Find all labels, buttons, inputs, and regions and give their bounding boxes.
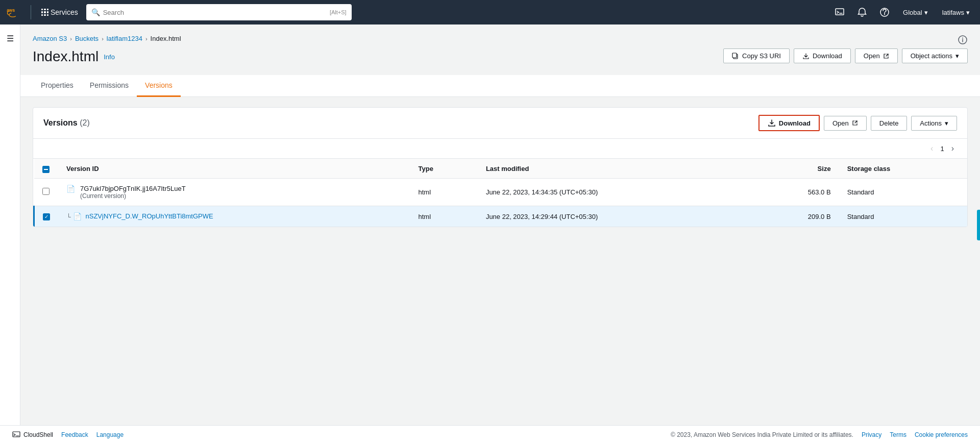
top-navigation: aws Services 🔍 [Alt+S] Global ▾ xyxy=(0,0,980,24)
download-label-versions: Download xyxy=(779,119,811,127)
col-header-storage-class: Storage class xyxy=(839,159,967,179)
breadcrumb-sep-2: › xyxy=(102,36,104,42)
svg-rect-1 xyxy=(836,9,844,15)
terminal-icon-button[interactable] xyxy=(831,4,848,20)
open-label-versions: Open xyxy=(832,119,849,127)
download-icon-header xyxy=(802,53,810,60)
versions-panel-header: Versions (2) Download Open Delete xyxy=(33,108,967,139)
row1-file-icon: 📄 xyxy=(66,185,75,193)
user-chevron: ▾ xyxy=(966,9,970,16)
sidebar-toggle-button[interactable]: ☰ xyxy=(4,31,17,46)
footer: CloudShell Feedback Language © 2023, Ama… xyxy=(0,425,980,444)
terms-link[interactable]: Terms xyxy=(890,431,906,438)
versions-title: Versions (2) xyxy=(43,118,90,127)
breadcrumb-sep-1: › xyxy=(70,36,72,42)
row2-checkbox[interactable] xyxy=(43,213,50,220)
info-link[interactable]: Info xyxy=(104,53,115,61)
actions-chevron-versions: ▾ xyxy=(945,119,948,127)
search-icon: 🔍 xyxy=(91,8,100,16)
breadcrumb-sep-3: › xyxy=(145,36,148,42)
svg-point-4 xyxy=(962,38,963,39)
page-info-corner-button[interactable] xyxy=(958,35,968,46)
prev-page-button[interactable]: ‹ xyxy=(927,143,936,154)
pagination-area: ‹ 1 › xyxy=(33,139,967,159)
versions-table: Version ID Type Last modified Size Stora xyxy=(33,159,967,227)
download-button-versions[interactable]: Download xyxy=(758,115,820,131)
download-button-header[interactable]: Download xyxy=(794,48,851,63)
aws-logo[interactable]: aws xyxy=(6,3,24,22)
page-number: 1 xyxy=(940,145,944,153)
page-header: Index.html Info Copy S3 URI Download Ope… xyxy=(33,48,968,65)
search-shortcut: [Alt+S] xyxy=(330,9,347,15)
language-link[interactable]: Language xyxy=(96,431,124,438)
services-label: Services xyxy=(51,8,78,16)
feedback-link[interactable]: Feedback xyxy=(61,431,88,438)
search-bar: 🔍 [Alt+S] xyxy=(86,4,352,20)
breadcrumb-amazon-s3[interactable]: Amazon S3 xyxy=(33,35,67,42)
row2-checkbox-cell[interactable] xyxy=(34,206,59,227)
row1-storage-class: Standard xyxy=(839,179,967,206)
row2-indent-symbol: └ xyxy=(66,213,71,220)
copy-s3-uri-button[interactable]: Copy S3 URI xyxy=(723,48,790,63)
table-row: └ 📄 nSZVjNYFC_D.W_ROpUhYttBTi8mtGPWE htm… xyxy=(34,206,968,227)
row1-type: html xyxy=(410,179,477,206)
privacy-link[interactable]: Privacy xyxy=(862,431,881,438)
row2-last-modified: June 22, 2023, 14:29:44 (UTC+05:30) xyxy=(478,206,754,227)
row2-version-id-cell: └ 📄 nSZVjNYFC_D.W_ROpUhYttBTi8mtGPWE xyxy=(58,206,410,227)
main-layout: ☰ Amazon S3 › Buckets › latiflam1234 › I… xyxy=(0,24,980,425)
services-nav-button[interactable]: Services xyxy=(37,6,82,18)
versions-table-header: Version ID Type Last modified Size Stora xyxy=(34,159,968,179)
row1-last-modified: June 22, 2023, 14:34:35 (UTC+05:30) xyxy=(478,179,754,206)
delete-label-versions: Delete xyxy=(879,119,899,127)
page-title: Index.html xyxy=(33,48,99,65)
breadcrumb-bucket-name[interactable]: latiflam1234 xyxy=(107,35,142,42)
cloudshell-button[interactable]: CloudShell xyxy=(12,431,53,439)
versions-panel: Versions (2) Download Open Delete xyxy=(33,107,968,227)
tab-versions-label: Versions xyxy=(145,81,173,89)
row1-checkbox[interactable] xyxy=(42,188,50,195)
select-all-checkbox[interactable] xyxy=(42,166,50,173)
tab-versions[interactable]: Versions xyxy=(137,75,181,97)
cloudshell-label: CloudShell xyxy=(23,431,53,438)
row2-file-icon: 📄 xyxy=(73,212,82,220)
copy-icon xyxy=(732,53,739,60)
help-icon-button[interactable] xyxy=(876,4,893,20)
download-icon-versions xyxy=(768,119,776,127)
actions-button-versions[interactable]: Actions ▾ xyxy=(911,116,957,131)
versions-title-area: Versions (2) xyxy=(43,118,90,128)
delete-button-versions[interactable]: Delete xyxy=(871,116,908,131)
tab-permissions-label: Permissions xyxy=(90,81,129,89)
table-row: 📄 7G7ukl7bjpOFgTnIK.jj16A7Itr5LueT (Curr… xyxy=(34,179,968,206)
col-header-type: Type xyxy=(410,159,477,179)
user-menu[interactable]: latifaws ▾ xyxy=(938,7,974,18)
versions-actions: Download Open Delete Actions ▾ xyxy=(758,115,957,131)
next-page-button[interactable]: › xyxy=(948,143,957,154)
tab-permissions[interactable]: Permissions xyxy=(82,75,137,97)
select-all-header[interactable] xyxy=(34,159,59,179)
search-input[interactable] xyxy=(103,9,327,16)
sidebar: ☰ xyxy=(0,24,20,425)
main-content-area: Amazon S3 › Buckets › latiflam1234 › Ind… xyxy=(20,24,980,425)
object-actions-chevron: ▾ xyxy=(955,52,959,60)
row1-current-version-label: (Current version) xyxy=(80,192,186,200)
svg-rect-6 xyxy=(732,53,737,58)
open-button-header[interactable]: Open xyxy=(855,48,898,63)
tab-properties[interactable]: Properties xyxy=(33,75,82,97)
region-label: Global xyxy=(903,9,922,16)
col-header-last-modified: Last modified xyxy=(478,159,754,179)
nav-right-area: Global ▾ latifaws ▾ xyxy=(831,4,974,20)
row2-version-id-link[interactable]: nSZVjNYFC_D.W_ROpUhYttBTi8mtGPWE xyxy=(86,212,213,220)
object-actions-button[interactable]: Object actions ▾ xyxy=(902,48,968,63)
breadcrumb-buckets[interactable]: Buckets xyxy=(75,35,99,42)
region-selector[interactable]: Global ▾ xyxy=(899,7,932,18)
col-header-size: Size xyxy=(754,159,839,179)
footer-right: © 2023, Amazon Web Services India Privat… xyxy=(671,431,968,438)
row1-checkbox-cell[interactable] xyxy=(34,179,59,206)
external-link-icon-header xyxy=(883,53,889,59)
cookie-preferences-link[interactable]: Cookie preferences xyxy=(915,431,968,438)
cloudshell-icon xyxy=(12,431,20,439)
row1-size: 563.0 B xyxy=(754,179,839,206)
notifications-icon-button[interactable] xyxy=(854,4,870,20)
open-button-versions[interactable]: Open xyxy=(824,116,867,131)
open-label-header: Open xyxy=(864,52,880,60)
